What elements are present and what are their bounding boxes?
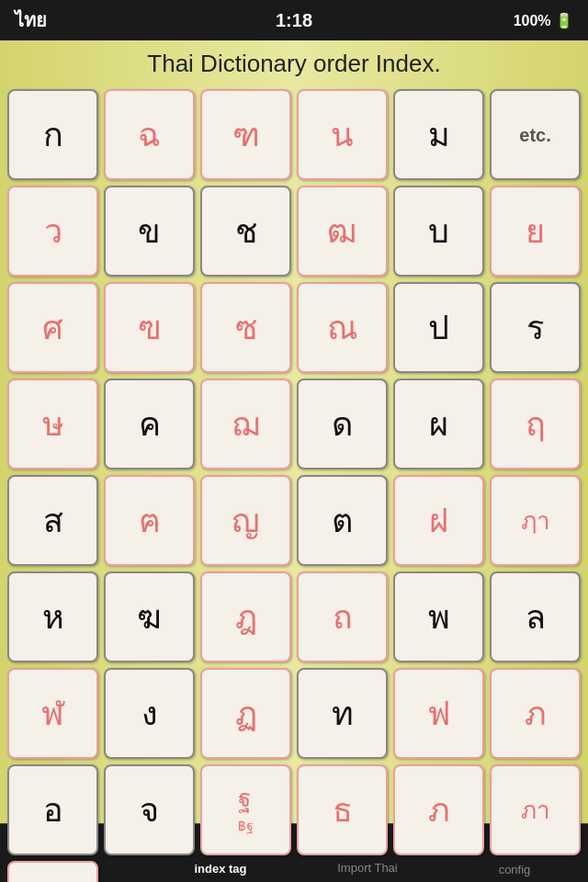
tab-import-thai-label: Import Thai — [337, 861, 398, 875]
letter-grid: ก ฉ ฑ น ม ว ข ช ฒ บ ย ศ etc. ฃ ซ ณ ป ร ษ… — [7, 89, 581, 882]
letter-cell-ษ[interactable]: ษ — [7, 379, 98, 469]
letter-cell-ม[interactable]: ม — [393, 89, 484, 180]
letter-cell-ข[interactable]: ข — [104, 186, 195, 277]
letter-cell-ภ2[interactable]: ภ — [490, 668, 581, 759]
letter-cell-etc[interactable]: etc. — [490, 89, 581, 180]
letter-cell-ถ[interactable]: ถ — [297, 571, 388, 662]
tab-index-tag-label: index tag — [194, 862, 246, 876]
letter-cell-ฉ[interactable]: ฉ — [104, 89, 195, 180]
letter-cell-ผ[interactable]: ผ — [393, 379, 484, 469]
letter-cell-ช[interactable]: ช — [200, 186, 291, 277]
letter-cell-ภ[interactable]: ภ — [393, 764, 484, 855]
letter-cell-ฦา[interactable]: ฦา — [490, 475, 581, 566]
letter-cell-ฮ[interactable]: ฮ — [7, 861, 98, 882]
letter-cell-ซ[interactable]: ซ — [200, 282, 291, 373]
letter-cell-ฎ[interactable]: ฎ — [200, 571, 291, 662]
page-title: Thai Dictionary order Index. — [147, 50, 440, 78]
status-bar: ไทย 1:18 100% 🔋 — [0, 0, 588, 40]
letter-cell-ร[interactable]: ร — [490, 282, 581, 373]
letter-cell-ด[interactable]: ด — [297, 379, 388, 469]
letter-cell-ฤ[interactable]: ฤ — [490, 379, 581, 469]
letter-cell-ธ[interactable]: ธ — [297, 764, 388, 855]
letter-cell-ย[interactable]: ย — [490, 186, 581, 277]
app-name: ไทย — [15, 6, 47, 35]
letter-cell-ญ[interactable]: ญ — [200, 475, 291, 566]
letter-cell-ฒ[interactable]: ฒ — [297, 186, 388, 277]
letter-cell-ส[interactable]: ส — [7, 475, 98, 566]
letter-cell-ง[interactable]: ง — [104, 668, 195, 759]
letter-cell-ภา[interactable]: ภา — [490, 764, 581, 855]
letter-cell-พ[interactable]: พ — [393, 571, 484, 662]
letter-cell-ก[interactable]: ก — [7, 89, 98, 180]
letter-cell-น[interactable]: น — [297, 89, 388, 180]
status-time: 1:18 — [276, 10, 312, 31]
letter-cell-จ[interactable]: จ — [104, 764, 195, 855]
letter-cell-ล[interactable]: ล — [490, 571, 581, 662]
tab-config-label: config — [499, 863, 531, 876]
letter-cell-ว[interactable]: ว — [7, 186, 98, 277]
letter-cell-ฃ[interactable]: ฃ — [104, 282, 195, 373]
letter-cell-ฅ[interactable]: ฅ — [104, 475, 195, 566]
letter-cell-ฌ[interactable]: ฌ — [200, 379, 291, 469]
letter-cell-ฆ[interactable]: ฆ — [104, 571, 195, 662]
letter-cell-ห[interactable]: ห — [7, 571, 98, 662]
letter-cell-ฑ[interactable]: ฑ — [200, 89, 291, 180]
status-battery: 100% 🔋 — [514, 12, 573, 29]
letter-cell-ท[interactable]: ท — [297, 668, 388, 759]
letter-cell-ณ[interactable]: ณ — [297, 282, 388, 373]
letter-cell-ฐ[interactable]: ฐ฿ฐ — [200, 764, 291, 855]
main-content: Thai Dictionary order Index. ก ฉ ฑ น ม ว… — [0, 40, 588, 823]
letter-cell-ค[interactable]: ค — [104, 379, 195, 469]
letter-cell-ป[interactable]: ป — [393, 282, 484, 373]
letter-cell-อ[interactable]: อ — [7, 764, 98, 855]
letter-cell-ต[interactable]: ต — [297, 475, 388, 566]
letter-cell-ศ[interactable]: ศ — [7, 282, 98, 373]
letter-cell-ฝ[interactable]: ฝ — [393, 475, 484, 566]
letter-cell-ฟ[interactable]: ฟ — [393, 668, 484, 759]
letter-cell-ฬ[interactable]: ฬ — [7, 668, 98, 759]
letter-cell-บ[interactable]: บ — [393, 186, 484, 277]
letter-cell-ฏ[interactable]: ฏ — [200, 668, 291, 759]
